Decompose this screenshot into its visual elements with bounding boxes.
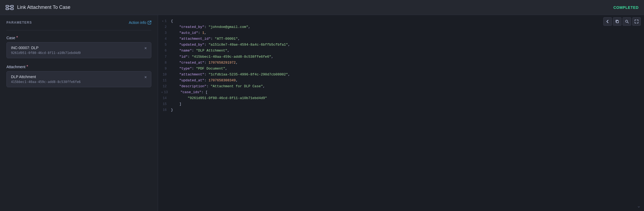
code-line: ▾ 1 { (158, 18, 644, 24)
code-line: 5 "updated_by": "a151c8e7-49ae-4594-8a4c… (158, 42, 644, 48)
action-info-label: Action info (129, 20, 146, 25)
code-panel: ▾ 1 { 2 "created_by": "johndoe@gmail.com… (158, 15, 644, 211)
attachment-field-value: DLP Attchment 415bbec1-40aa-459c-add8-8c… (11, 75, 81, 84)
case-field-value: INC-00007: DLP 9261d951-0f80-46cd-8f11-a… (11, 46, 81, 55)
header: Link Attachment To Case COMPLETED (0, 0, 644, 15)
attachment-clear-button[interactable]: × (144, 75, 147, 79)
chevron-left-icon (606, 20, 609, 23)
expand-button[interactable] (632, 17, 641, 26)
required-star-attachment: * (27, 65, 28, 69)
fold-arrow: ▾ (162, 19, 164, 24)
case-field-box: INC-00007: DLP 9261d951-0f80-46cd-8f11-a… (6, 42, 151, 58)
svg-rect-7 (616, 21, 619, 23)
code-line: 16 } (158, 107, 644, 113)
code-line: 11 "updated_at": 1707658308349, (158, 78, 644, 83)
search-icon (625, 20, 629, 23)
svg-rect-4 (11, 8, 13, 10)
code-line: 2 "created_by": "johndoe@gmail.com", (158, 24, 644, 30)
attachment-value-main: DLP Attchment (11, 75, 81, 79)
attachment-field-label: Attachment * (6, 65, 151, 69)
code-line: 8 "created_at": 1707658291972, (158, 60, 644, 66)
params-header: PARAMETERS Action info (6, 20, 151, 25)
code-line: 7 "id": "415bbec1-40aa-459c-add8-8c538ff… (158, 54, 644, 60)
expand-icon (635, 20, 638, 23)
divider (6, 30, 151, 30)
case-field-group: Case * INC-00007: DLP 9261d951-0f80-46cd… (6, 36, 151, 58)
page-title: Link Attachment To Case (17, 5, 70, 10)
case-value-sub: 9261d951-0f80-46cd-8f11-a10b71ebd4d9 (11, 51, 81, 55)
svg-rect-3 (6, 8, 9, 10)
action-info-link[interactable]: Action info (129, 20, 151, 25)
code-line: 9 "type": "PDF Document", (158, 66, 644, 72)
status-badge: COMPLETED (613, 5, 639, 10)
svg-rect-0 (6, 5, 9, 7)
search-button[interactable] (623, 17, 631, 26)
external-link-icon (148, 21, 151, 24)
code-toolbar (600, 15, 644, 28)
header-left: Link Attachment To Case (5, 3, 70, 12)
link-icon (5, 3, 14, 12)
code-line: 10 "attachment": "1cfdb1aa-5235-4996-8f4… (158, 72, 644, 78)
scroll-down-icon[interactable]: ⌄ (637, 203, 641, 209)
left-panel: PARAMETERS Action info Case * INC-00007:… (0, 15, 158, 211)
attachment-value-sub: 415bbec1-40aa-459c-add8-8c538ffe6fe6 (11, 80, 81, 84)
fold-arrow: ▾ (161, 90, 163, 95)
case-field-label: Case * (6, 36, 151, 40)
svg-line-9 (628, 22, 629, 23)
code-line: 3 "auto_id": 1, (158, 30, 644, 36)
case-value-main: INC-00007: DLP (11, 46, 81, 50)
code-line: 14 "9261d951-0f80-46cd-8f11-a10b71ebd4d9… (158, 95, 644, 101)
svg-line-6 (149, 21, 151, 23)
code-line: ▾ 13 "case_ids": [ (158, 89, 644, 95)
attachment-field-group: Attachment * DLP Attchment 415bbec1-40aa… (6, 65, 151, 87)
code-line: 15 ] (158, 101, 644, 107)
attachment-field-box: DLP Attchment 415bbec1-40aa-459c-add8-8c… (6, 71, 151, 87)
required-star: * (16, 36, 18, 40)
copy-icon (615, 20, 619, 23)
svg-point-8 (626, 20, 628, 22)
code-line: 12 "description": "Attachment for DLP Ca… (158, 83, 644, 89)
svg-rect-1 (11, 5, 13, 7)
main-layout: PARAMETERS Action info Case * INC-00007:… (0, 15, 644, 211)
params-label: PARAMETERS (6, 21, 32, 24)
back-button[interactable] (603, 17, 612, 26)
code-area: ▾ 1 { 2 "created_by": "johndoe@gmail.com… (158, 15, 644, 211)
case-clear-button[interactable]: × (144, 46, 147, 50)
copy-button[interactable] (613, 17, 621, 26)
code-line: 4 "attachment_id": "ATT-00001", (158, 36, 644, 42)
code-line: 6 "name": "DLP Attchment", (158, 48, 644, 54)
